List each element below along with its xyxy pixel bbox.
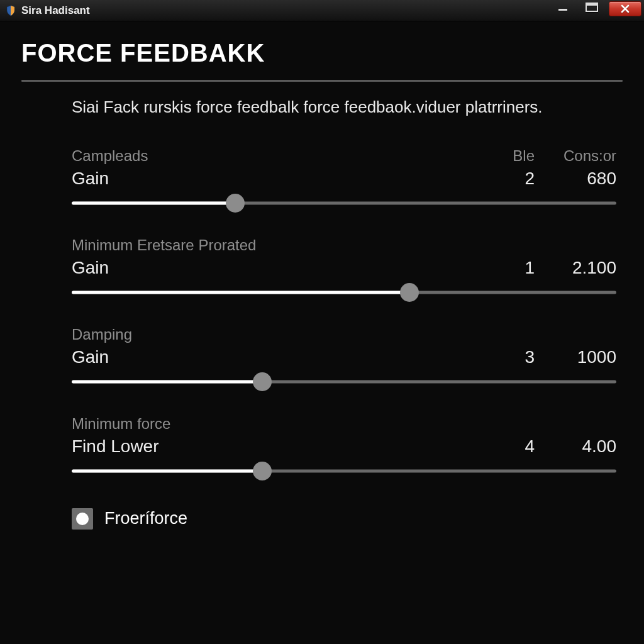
slider-name: Find Lower [72,436,484,457]
checkbox-label: Froeríforce [104,509,187,528]
close-button[interactable] [609,1,641,16]
slider-name: Gain [72,347,484,367]
slider-group-label: Minimum Eretsare Prorated [72,236,616,254]
minimize-button[interactable] [548,0,577,15]
slider-value-ble: 3 [484,347,535,367]
app-window: Sira Hadisant FORCE FEEDBAKK Siai Fack r… [0,0,644,644]
slider-row: Find Lower44.00 [72,436,616,457]
column-header-left: Campleads [72,147,484,165]
slider-value-cons: 1000 [535,347,616,367]
check-dot-icon [76,513,89,525]
slider-group: DampingGain31000 [72,326,616,390]
shield-icon [5,5,16,16]
slider-control[interactable] [72,284,616,301]
slider-group: Minimum Eretsare ProratedGain12.100 [72,236,616,301]
slider-row: Gain12.100 [72,258,616,278]
window-controls [548,0,644,21]
slider-value-cons: 2.100 [535,258,616,278]
slider-control[interactable] [72,195,616,211]
svg-rect-2 [586,3,597,6]
slider-value-ble: 2 [484,169,535,189]
slider-thumb[interactable] [253,372,272,391]
slider-fill [72,380,262,383]
froerforce-checkbox[interactable] [72,508,93,530]
titlebar[interactable]: Sira Hadisant [0,0,644,21]
slider-value-ble: 4 [484,436,535,457]
slider-group-label: Minimum force [72,415,616,433]
slider-control[interactable] [72,463,616,479]
content-area: FORCE FEEDBAKK Siai Fack rurskis force f… [0,21,644,530]
slider-thumb[interactable] [400,283,419,302]
settings-panel: Siai Fack rurskis force feedbalk force f… [21,82,623,530]
slider-group: Gain2680 [72,169,616,211]
page-title: FORCE FEEDBAKK [21,39,623,67]
svg-rect-0 [558,9,567,11]
slider-row: Gain2680 [72,169,616,189]
column-header-cons: Cons:or [535,147,616,165]
slider-thumb[interactable] [226,194,245,213]
slider-fill [72,291,409,294]
slider-value-cons: 680 [535,169,616,189]
slider-group-label: Damping [72,326,616,343]
checkbox-row: Froeríforce [72,508,616,530]
column-header-ble: Ble [484,147,535,165]
maximize-button[interactable] [577,0,606,15]
column-headers: Campleads Ble Cons:or [72,147,616,165]
slider-row: Gain31000 [72,347,616,367]
slider-thumb[interactable] [253,462,272,480]
slider-name: Gain [72,258,484,278]
slider-fill [72,201,235,204]
slider-value-cons: 4.00 [535,436,616,457]
page-description: Siai Fack rurskis force feedbalk force f… [72,97,616,118]
window-title: Sira Hadisant [21,4,90,17]
slider-value-ble: 1 [484,258,535,278]
slider-fill [72,469,262,472]
slider-name: Gain [72,169,484,189]
slider-control[interactable] [72,374,616,390]
slider-group: Minimum forceFind Lower44.00 [72,415,616,479]
